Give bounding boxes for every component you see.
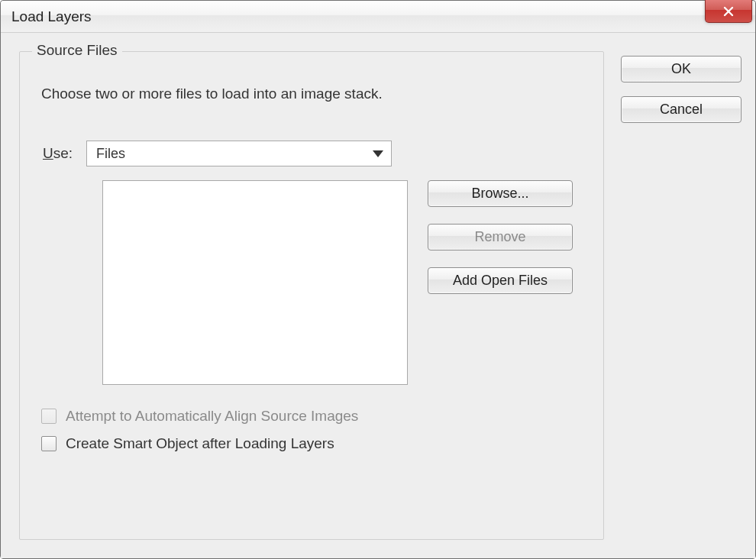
use-dropdown-value: Files (96, 146, 125, 162)
auto-align-checkbox[interactable] (41, 409, 57, 424)
files-area: Browse... Remove Add Open Files (102, 180, 582, 385)
smart-object-label: Create Smart Object after Loading Layers (66, 435, 334, 452)
use-label-accel: U (43, 145, 53, 161)
dialog-actions: OK Cancel (621, 51, 741, 544)
remove-button[interactable]: Remove (428, 224, 573, 250)
chevron-down-icon (373, 150, 383, 157)
add-open-files-button[interactable]: Add Open Files (428, 267, 573, 294)
use-dropdown[interactable]: Files (86, 141, 392, 166)
use-label: Use: (41, 145, 73, 162)
smart-object-row: Create Smart Object after Loading Layers (41, 435, 582, 452)
window-title: Load Layers (11, 8, 92, 25)
use-row: Use: Files (41, 141, 582, 166)
browse-button[interactable]: Browse... (428, 180, 573, 207)
file-buttons: Browse... Remove Add Open Files (428, 180, 573, 294)
close-icon (722, 5, 735, 18)
files-listbox[interactable] (102, 180, 408, 385)
load-layers-dialog: Load Layers Source Files Choose two or m… (0, 0, 756, 559)
titlebar[interactable]: Load Layers (1, 1, 755, 33)
smart-object-checkbox[interactable] (41, 436, 57, 451)
ok-button[interactable]: OK (621, 56, 741, 82)
dialog-client-area: Source Files Choose two or more files to… (1, 33, 755, 558)
auto-align-label: Attempt to Automatically Align Source Im… (66, 408, 358, 425)
auto-align-row: Attempt to Automatically Align Source Im… (41, 408, 582, 425)
instructions-text: Choose two or more files to load into an… (41, 86, 582, 102)
source-files-group: Source Files Choose two or more files to… (19, 51, 604, 540)
use-label-rest: se: (53, 145, 73, 161)
close-button[interactable] (705, 0, 752, 23)
source-files-legend: Source Files (32, 42, 122, 59)
cancel-button[interactable]: Cancel (621, 96, 741, 123)
